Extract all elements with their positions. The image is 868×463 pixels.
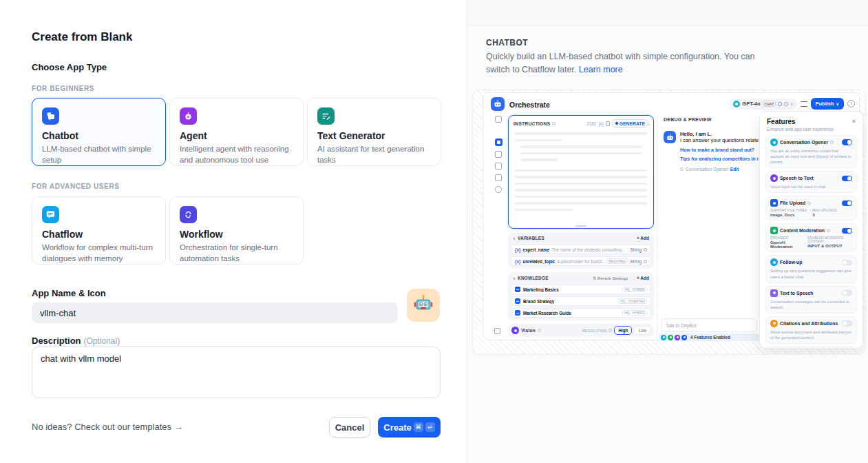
vision-setting-row: Vision RESOLUTION High Low: [508, 324, 654, 337]
card-description: Orchestration for single-turn automation…: [180, 243, 293, 264]
chat-input: Talk to DifyBot: [661, 318, 757, 332]
vision-label: Vision: [521, 328, 536, 333]
create-button[interactable]: Create ⌘ ↵: [378, 417, 441, 438]
info-icon: [608, 329, 612, 332]
resize-handle-icon: [575, 225, 586, 227]
card-description: AI assistant for text generation tasks: [317, 144, 431, 165]
features-enabled-bar: 4 Features Enabled: [659, 333, 759, 341]
app-icon-picker[interactable]: [407, 289, 440, 322]
learn-more-link[interactable]: Learn more: [579, 65, 623, 74]
speech-to-text-icon: [770, 174, 778, 182]
app-type-card-agent[interactable]: Agent Intelligent agent with reasoning a…: [169, 98, 304, 166]
feature-item: Follow-up Setting up next questions sugg…: [765, 255, 857, 282]
close-icon: ×: [852, 119, 856, 125]
info-icon: [830, 141, 834, 144]
card-description: Workflow for complex multi-turn dialogue…: [42, 243, 156, 264]
sidebar-icon: [495, 151, 502, 158]
variable-row: {x} expert_name The name of the strategi…: [511, 245, 651, 254]
chevron-down-icon: ∨: [513, 276, 516, 280]
agent-icon: [180, 107, 197, 125]
toggle-off: [842, 260, 852, 266]
create-app-modal: Create from Blank Choose App Type FOR BE…: [0, 0, 467, 463]
info-icon: [538, 329, 541, 332]
create-button-label: Create: [383, 422, 411, 433]
app-type-card-workflow[interactable]: Workflow Orchestration for single-turn a…: [169, 196, 304, 265]
debug-preview-label: DEBUG & PREVIEW: [664, 117, 712, 122]
document-icon: [515, 287, 520, 292]
feature-item: Annotation Reply: [765, 347, 857, 349]
chatbot-icon: [42, 107, 59, 125]
feature-item: Citations and Attributions Show source d…: [765, 316, 857, 344]
card-description: Intelligent agent with reasoning and aut…: [180, 144, 293, 165]
knowledge-row: Marketing Basics HQ · HYBRID: [511, 285, 651, 294]
feature-name: Text to Speech: [780, 291, 814, 296]
variables-section: ∨ VARIABLES + Add {x} expert_name The na…: [508, 232, 654, 269]
feature-name: Follow-up: [780, 260, 803, 265]
generate-button: GENERATE: [612, 119, 648, 127]
preview-sidebar: [491, 116, 505, 193]
meta-value: OpenAI Moderation: [770, 240, 802, 249]
description-textarea[interactable]: chat with vllm model: [32, 347, 441, 398]
app-type-card-text-generator[interactable]: Text Generator AI assistant for text gen…: [307, 98, 441, 166]
preview-page-title: Orchestrate: [509, 101, 550, 109]
meta-key: ENABLED MODERATE CONTENT: [807, 236, 852, 243]
feature-item: Speech to Text Voice input can be used i…: [765, 171, 857, 193]
knowledge-row: Brand Strategy HQ · INVERTED: [511, 296, 651, 306]
feature-dot-icon: [675, 335, 680, 340]
instructions-placeholder-text: [509, 130, 653, 218]
feature-item: File Upload SUPPORT FILE TYPESImage, Doc…: [765, 196, 857, 220]
meta-value: Image, Docs: [770, 213, 807, 217]
history-icon: [847, 100, 855, 107]
info-icon: [807, 202, 811, 205]
feature-item: Conversation Opener You are an entity ex…: [765, 135, 857, 168]
chatflow-icon: [42, 206, 59, 223]
preview-description: Quickly build an LLM-based chatbot with …: [486, 50, 759, 77]
toggle-off: [842, 320, 852, 327]
app-name-label: App Name & Icon: [32, 288, 106, 298]
feature-desc: Voice input can be used in chat.: [770, 184, 852, 189]
knowledge-row: Market Research Guide HQ · HYBRID: [511, 308, 651, 318]
bot-avatar: [664, 131, 676, 143]
features-subtitle: Enhance web-app user experience: [767, 127, 856, 132]
text-to-speech-icon: [770, 289, 778, 297]
model-param-icon: [778, 102, 782, 106]
features-panel: Features × Enhance web-app user experien…: [759, 111, 863, 349]
toggle-on: [842, 228, 852, 234]
card-title: Chatbot: [42, 130, 156, 141]
cancel-button[interactable]: Cancel: [329, 417, 370, 438]
feature-desc: Show source document and attributed sect…: [770, 329, 852, 340]
model-mode-badge: CHAT: [763, 101, 776, 107]
meta-key: SUPPORT FILE TYPES: [770, 209, 807, 212]
required-badge: REQUIRED: [606, 258, 628, 264]
model-provider-icon: [733, 101, 740, 107]
app-type-card-chatflow[interactable]: Chatflow Workflow for complex multi-turn…: [32, 196, 166, 265]
copy-icon: [606, 121, 610, 126]
bot-message: Hello, I am L. I can answer your questio…: [664, 131, 759, 172]
feature-dot-icon: [661, 335, 666, 340]
card-title: Agent: [180, 130, 293, 141]
sidebar-icon: [495, 163, 502, 169]
app-name-input[interactable]: [32, 302, 398, 323]
meta-key: MAX UPLOADS: [812, 209, 837, 212]
meta-key: PROVIDER: [770, 236, 802, 240]
app-type-card-chatbot[interactable]: Chatbot LLM-based chatbot with simple se…: [32, 98, 166, 166]
orchestrate-nav-icon: [495, 138, 502, 146]
toggle-on: [842, 176, 852, 182]
templates-link[interactable]: No ideas? Check out our templates →: [32, 422, 183, 432]
feature-desc: Conversation messages can be converted t…: [770, 299, 852, 310]
feature-name: Speech to Text: [780, 176, 814, 181]
instructions-panel: INSTRUCTIONS 2182 {x} GENERATE: [508, 115, 654, 229]
enter-key-icon: ↵: [425, 422, 435, 432]
suggested-question: How to make a brand stand out?: [680, 147, 754, 152]
feature-name: Conversation Opener: [780, 140, 828, 145]
toggle-on: [842, 139, 852, 145]
variable-icon: {x}: [598, 121, 603, 126]
follow-up-icon: [770, 258, 778, 266]
model-name: GPT-4o: [742, 101, 760, 107]
card-title: Chatflow: [42, 229, 156, 240]
bot-greeting-line2: I can answer your questions related: [680, 137, 759, 143]
resolution-label: RESOLUTION: [582, 329, 607, 333]
sparkle-icon: [615, 121, 619, 125]
feature-dot-icon: [668, 335, 673, 340]
variable-icon: {x}: [515, 247, 520, 252]
